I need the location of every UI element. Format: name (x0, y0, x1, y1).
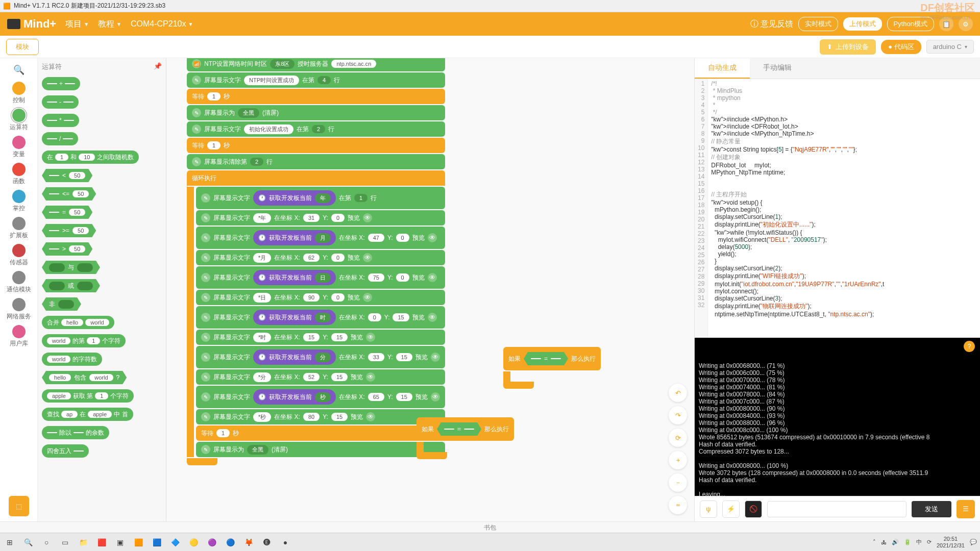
op-div[interactable]: / (42, 132, 78, 145)
menu-icon[interactable]: ☰ (957, 500, 975, 518)
block-disp-text[interactable]: ✎屏幕显示文字🕐获取开发板当前年在第1行 (196, 187, 445, 209)
block-disp-text[interactable]: ✎屏幕显示文字🕐获取开发板当前秒在坐标 X:65Y:15预览👁 (196, 386, 445, 408)
block-if[interactable]: 如果=那么执行 (416, 417, 514, 441)
usb-icon[interactable]: ψ (700, 500, 717, 518)
mode-realtime-button[interactable]: 实时模式 (798, 17, 838, 31)
serial-input[interactable] (767, 501, 906, 517)
modules-button[interactable]: 模块 (6, 39, 39, 55)
flash-icon[interactable]: ⚡ (722, 500, 740, 518)
eye-icon[interactable]: 👁 (366, 412, 375, 421)
category-传感器[interactable]: 传感器 (4, 242, 34, 269)
op-round[interactable]: 四舍五入 (42, 444, 89, 458)
explorer-icon[interactable]: 📁 (77, 536, 90, 549)
help-icon[interactable]: ? (964, 341, 975, 352)
extensions-button[interactable]: ⬚ (9, 496, 29, 516)
zoom-in-button[interactable]: ＋ (669, 451, 687, 469)
search-icon[interactable]: 🔍 (4, 62, 34, 78)
block-palette[interactable]: 运算符📌 + - * / 在1和10之间取随机数 <50 <=50 =50 >=… (38, 58, 166, 521)
block-disp-text[interactable]: ✎屏幕显示文字*日在坐标 X:90Y:0预览👁 (196, 290, 445, 305)
upload-button[interactable]: ⬆上传到设备 (820, 39, 876, 55)
category-通信模块[interactable]: 通信模块 (4, 269, 34, 296)
block-disp-text[interactable]: ✎屏幕显示文字*时在坐标 X:15Y:15预览👁 (196, 330, 445, 345)
block-disp-text[interactable]: ✎屏幕显示文字*秒在坐标 X:80Y:15预览👁 (196, 409, 445, 424)
ie-icon[interactable]: 🅔 (260, 536, 274, 549)
block-disp-as[interactable]: ✎屏幕显示为全黑(清屏) (196, 442, 445, 457)
zoom-out-button[interactable]: － (669, 473, 687, 492)
tab-manual[interactable]: 手动编辑 (750, 58, 805, 79)
app-icon[interactable]: ● (279, 536, 292, 549)
app-icon[interactable]: 🟣 (205, 536, 218, 549)
menu-project[interactable]: 项目▼ (65, 19, 89, 30)
block-disp-text[interactable]: ✎屏幕显示文字初始化设置成功在第2行 (187, 121, 445, 137)
store-icon[interactable]: 🟦 (150, 536, 163, 549)
category-掌控[interactable]: 掌控 (4, 188, 34, 215)
eye-icon[interactable]: 👁 (428, 273, 437, 282)
eye-icon[interactable]: 👁 (431, 353, 440, 362)
category-变量[interactable]: 变量 (4, 134, 34, 161)
block-wait[interactable]: 等待1秒 (187, 138, 445, 153)
op-plus[interactable]: + (42, 77, 80, 90)
op-contains[interactable]: hello包含world? (42, 371, 127, 384)
op-eq[interactable]: =50 (42, 206, 92, 219)
tray-up-icon[interactable]: ˄ (873, 539, 876, 545)
op-random[interactable]: 在1和10之间取随机数 (42, 151, 139, 164)
block-wait[interactable]: 等待1秒 (196, 425, 445, 441)
category-控制[interactable]: 控制 (4, 80, 34, 107)
block-ntp-set[interactable]: 📶NTP设置网络时间 时区东8区授时服务器ntp.ntsc.ac.cn (187, 58, 445, 71)
block-loop[interactable]: 循环执行 (187, 170, 445, 186)
op-and[interactable]: 与 (42, 261, 100, 274)
block-disp-clear[interactable]: ✎屏幕显示清除第2行 (187, 154, 445, 169)
op-gt[interactable]: >50 (42, 242, 92, 256)
op-charat[interactable]: world的第1个字符 (42, 334, 126, 347)
terminal-icon[interactable]: ▣ (113, 536, 127, 549)
op-not[interactable]: 非 (42, 297, 81, 311)
tidy-button[interactable]: ⟳ (669, 429, 687, 447)
tab-auto[interactable]: 自动生成 (695, 58, 750, 79)
firefox-icon[interactable]: 🦊 (242, 536, 255, 549)
volume-icon[interactable]: 🔊 (892, 539, 899, 545)
ime-icon[interactable]: 中 (916, 538, 922, 546)
mode-upload-button[interactable]: 上传模式 (843, 17, 882, 31)
block-wait[interactable]: 等待1秒 (187, 89, 445, 104)
block-if[interactable]: 如果=那么执行 (503, 347, 601, 370)
port-selector[interactable]: COM4-CP210x▼ (131, 19, 193, 29)
category-运算符[interactable]: 运算符 (4, 107, 34, 134)
op-gte[interactable]: >=50 (42, 224, 96, 237)
op-mod[interactable]: 除以的余数 (42, 426, 109, 439)
block-canvas[interactable]: 📶NTP设置网络时间 时区东8区授时服务器ntp.ntsc.ac.cn ✎屏幕显… (166, 58, 694, 521)
eye-icon[interactable]: 👁 (363, 293, 372, 302)
block-disp-text[interactable]: ✎屏幕显示文字🕐获取开发板当前日在坐标 X:75Y:0预览👁 (196, 266, 445, 289)
category-网络服务[interactable]: 网络服务 (4, 296, 34, 323)
start-icon[interactable]: ⊞ (3, 536, 16, 549)
op-mul[interactable]: * (42, 114, 79, 127)
search-icon[interactable]: 🔍 (21, 536, 35, 549)
eye-icon[interactable]: 👁 (431, 392, 440, 402)
board-dropdown[interactable]: arduino C▾ (926, 40, 974, 54)
block-disp-text[interactable]: ✎屏幕显示文字🕐获取开发板当前月在坐标 X:47Y:0预览👁 (196, 227, 445, 249)
redo-button[interactable]: ↷ (669, 406, 687, 424)
op-minus[interactable]: - (42, 95, 79, 109)
clear-icon[interactable]: 🚫 (745, 500, 762, 518)
eye-icon[interactable]: 👁 (366, 333, 375, 342)
op-find[interactable]: 查找ap在apple中 首 (42, 408, 133, 421)
network-icon[interactable]: 🖧 (881, 539, 887, 545)
pin-icon[interactable]: 📌 (154, 62, 162, 71)
eye-icon[interactable]: 👁 (428, 233, 437, 242)
eye-icon[interactable]: 👁 (428, 313, 437, 322)
code-editor[interactable]: 1234567891011121314151617181920212223242… (695, 79, 980, 338)
send-button[interactable]: 发送 (912, 501, 951, 517)
eye-icon[interactable]: 👁 (363, 253, 372, 262)
menu-tutorial[interactable]: 教程▼ (98, 19, 121, 30)
op-concat[interactable]: 合并helloworld (42, 316, 114, 329)
code-area-button[interactable]: ● 代码区 (881, 40, 921, 54)
notifications-icon[interactable]: 💬 (970, 539, 977, 545)
op-or[interactable]: 或 (42, 279, 100, 292)
chrome-icon[interactable]: 🔵 (224, 536, 237, 549)
block-disp-text[interactable]: ✎屏幕显示文字*年在坐标 X:31Y:0预览👁 (196, 210, 445, 226)
eye-icon[interactable]: 👁 (366, 372, 375, 382)
undo-button[interactable]: ↶ (669, 384, 687, 402)
category-函数[interactable]: 函数 (4, 161, 34, 188)
category-扩展板[interactable]: 扩展板 (4, 215, 34, 242)
zoom-reset-button[interactable]: ＝ (669, 496, 687, 514)
block-disp-text[interactable]: ✎屏幕显示文字*月在坐标 X:62Y:0预览👁 (196, 250, 445, 265)
